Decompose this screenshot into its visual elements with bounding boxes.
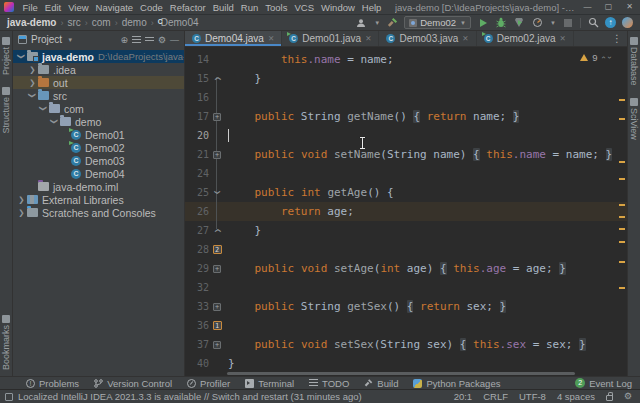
ide-notification-icon[interactable] bbox=[622, 17, 633, 28]
code-line-17[interactable]: 17+ public String getName() { return nam… bbox=[185, 107, 627, 126]
tree-item-java-demo-iml[interactable]: java-demo.iml bbox=[13, 180, 184, 193]
code-line-29[interactable]: 29+ public void setAge(int age) { this.a… bbox=[185, 259, 627, 278]
build-hammer-icon[interactable] bbox=[386, 17, 398, 29]
event-log-button[interactable]: 2 Event Log bbox=[575, 378, 632, 389]
caret-position-widget[interactable]: 20:1 bbox=[454, 391, 473, 402]
update-available-icon[interactable]: ↑ bbox=[605, 17, 616, 28]
code-line-20[interactable]: 20 bbox=[185, 126, 627, 145]
code-line-24[interactable]: 24 bbox=[185, 164, 627, 183]
readonly-lock-icon[interactable] bbox=[606, 395, 613, 401]
fold-expand-icon[interactable]: + bbox=[213, 113, 221, 121]
bookmark-icon[interactable]: 2 bbox=[213, 245, 222, 254]
code-line-16[interactable]: 16 bbox=[185, 88, 627, 107]
run-configuration-select[interactable]: Demo02 ▼ bbox=[404, 16, 471, 29]
tab-demo03.java[interactable]: Demo03.java✕ bbox=[379, 31, 476, 46]
menu-build[interactable]: Build bbox=[209, 2, 237, 13]
maximize-button[interactable]: ▢ bbox=[598, 0, 619, 14]
tree-item-java-demo[interactable]: ❯java-demoD:\IdeaProjects\java-demo bbox=[13, 50, 184, 63]
chevron-right-icon[interactable]: ❯ bbox=[28, 78, 37, 87]
tab-close-icon[interactable]: ✕ bbox=[560, 34, 566, 43]
python-packages-button[interactable]: Python Packages bbox=[413, 378, 500, 389]
highlighting-level-icon[interactable]: ⚙ bbox=[624, 392, 632, 401]
menu-help[interactable]: Help bbox=[358, 2, 385, 13]
fold-open-icon[interactable]: ❯ bbox=[212, 190, 221, 195]
minimize-button[interactable]: — bbox=[577, 0, 598, 14]
project-settings-gear-icon[interactable]: ⚙ bbox=[158, 35, 166, 45]
next-warning-icon[interactable]: › bbox=[605, 56, 614, 59]
tab-demo01.java[interactable]: Demo01.java✕ bbox=[282, 31, 379, 46]
breadcrumb-java-demo[interactable]: java-demo bbox=[7, 17, 56, 28]
code-line-33[interactable]: 33+ public String getSex() { return sex;… bbox=[185, 297, 627, 316]
code-line-26[interactable]: 26 return age; bbox=[185, 202, 627, 221]
chevron-right-icon[interactable]: ❯ bbox=[17, 195, 26, 204]
tree-item--idea[interactable]: ❯.idea bbox=[13, 63, 184, 76]
code-line-15[interactable]: 15❯ } bbox=[185, 69, 627, 88]
chevron-down-icon[interactable]: ❯ bbox=[50, 117, 59, 126]
code-line-40[interactable]: 40} bbox=[185, 354, 627, 373]
chevron-down-icon[interactable]: ❯ bbox=[39, 104, 48, 113]
bookmark-icon[interactable]: 1 bbox=[213, 321, 222, 330]
terminal-button[interactable]: Terminal bbox=[245, 378, 294, 389]
menu-navigate[interactable]: Navigate bbox=[92, 2, 137, 13]
code-line-14[interactable]: 14 this.name = name; bbox=[185, 50, 627, 69]
menu-tools[interactable]: Tools bbox=[262, 2, 291, 13]
tree-item-demo03[interactable]: Demo03 bbox=[13, 154, 184, 167]
chevron-down-icon[interactable]: ❯ bbox=[17, 52, 26, 61]
fold-end-icon[interactable]: ❯ bbox=[212, 228, 221, 233]
breadcrumb-com[interactable]: com bbox=[92, 17, 111, 28]
menu-edit[interactable]: Edit bbox=[41, 2, 64, 13]
fold-expand-icon[interactable]: + bbox=[213, 341, 221, 349]
tree-item-demo04[interactable]: Demo04 bbox=[13, 167, 184, 180]
update-notification-icon[interactable] bbox=[5, 393, 13, 401]
breadcrumb-demo[interactable]: demo bbox=[122, 17, 147, 28]
profiler-button[interactable] bbox=[531, 17, 543, 29]
tree-item-external-libraries[interactable]: ❯External Libraries bbox=[13, 193, 184, 206]
menu-vcs[interactable]: VCS bbox=[291, 2, 318, 13]
tab-demo02.java[interactable]: Demo02.java✕ bbox=[477, 31, 574, 46]
tree-item-demo02[interactable]: Demo02 bbox=[13, 141, 184, 154]
project-view-dropdown-icon[interactable]: ▼ bbox=[67, 37, 73, 43]
tab-close-icon[interactable]: ✕ bbox=[462, 34, 468, 43]
close-button[interactable]: ✕ bbox=[619, 0, 640, 14]
problems-button[interactable]: ! Problems bbox=[26, 378, 79, 389]
collapse-all-icon[interactable] bbox=[145, 37, 154, 42]
tool-strip-button-structure[interactable]: Structure bbox=[1, 81, 11, 140]
code-line-36[interactable]: 361 bbox=[185, 316, 627, 335]
menu-refactor[interactable]: Refactor bbox=[166, 2, 209, 13]
tree-item-out[interactable]: ❯out bbox=[13, 76, 184, 89]
code-line-32[interactable]: 32 bbox=[185, 278, 627, 297]
debug-button[interactable] bbox=[495, 17, 507, 29]
status-message[interactable]: Localized IntelliJ IDEA 2021.3.3 is avai… bbox=[18, 391, 362, 402]
chevron-down-icon[interactable]: ❯ bbox=[28, 91, 37, 100]
expand-all-icon[interactable] bbox=[132, 36, 141, 44]
inspections-widget[interactable]: 9 › › bbox=[580, 52, 611, 63]
tree-item-src[interactable]: ❯src bbox=[13, 89, 184, 102]
tool-strip-button-bookmarks[interactable]: Bookmarks bbox=[1, 309, 11, 376]
todo-button[interactable]: TODO bbox=[309, 378, 349, 389]
tree-item-scratches-and-consoles[interactable]: ❯Scratches and Consoles bbox=[13, 206, 184, 219]
code-line-27[interactable]: 27❯ } bbox=[185, 221, 627, 240]
build-panel-button[interactable]: Build bbox=[364, 378, 398, 389]
tab-demo04.java[interactable]: Demo04.java✕ bbox=[185, 31, 282, 46]
error-stripe[interactable] bbox=[618, 47, 627, 376]
tab-close-icon[interactable]: ✕ bbox=[268, 34, 274, 43]
chevron-right-icon[interactable]: ❯ bbox=[17, 208, 26, 217]
run-button[interactable] bbox=[477, 17, 489, 29]
breadcrumb-Demo04[interactable]: Demo04 bbox=[158, 17, 199, 28]
tool-strip-button-sciview[interactable]: SciView bbox=[629, 92, 639, 146]
code-line-21[interactable]: 21+ public void setName(String name) { t… bbox=[185, 145, 627, 164]
breadcrumb-src[interactable]: src bbox=[67, 17, 80, 28]
menu-window[interactable]: Window bbox=[318, 2, 359, 13]
stop-button[interactable] bbox=[562, 17, 574, 29]
tree-item-demo[interactable]: ❯demo bbox=[13, 115, 184, 128]
locate-file-icon[interactable]: ⊕ bbox=[120, 35, 128, 45]
version-control-button[interactable]: Version Control bbox=[94, 378, 172, 389]
fold-expand-icon[interactable]: + bbox=[213, 151, 221, 159]
code-line-28[interactable]: 282 bbox=[185, 240, 627, 259]
tree-item-com[interactable]: ❯com bbox=[13, 102, 184, 115]
hide-panel-icon[interactable]: — bbox=[170, 35, 179, 45]
code-line-25[interactable]: 25❯ public int getAge() { bbox=[185, 183, 627, 202]
run-with-coverage-button[interactable] bbox=[513, 17, 525, 29]
fold-expand-icon[interactable]: + bbox=[213, 303, 221, 311]
menu-view[interactable]: View bbox=[65, 2, 92, 13]
